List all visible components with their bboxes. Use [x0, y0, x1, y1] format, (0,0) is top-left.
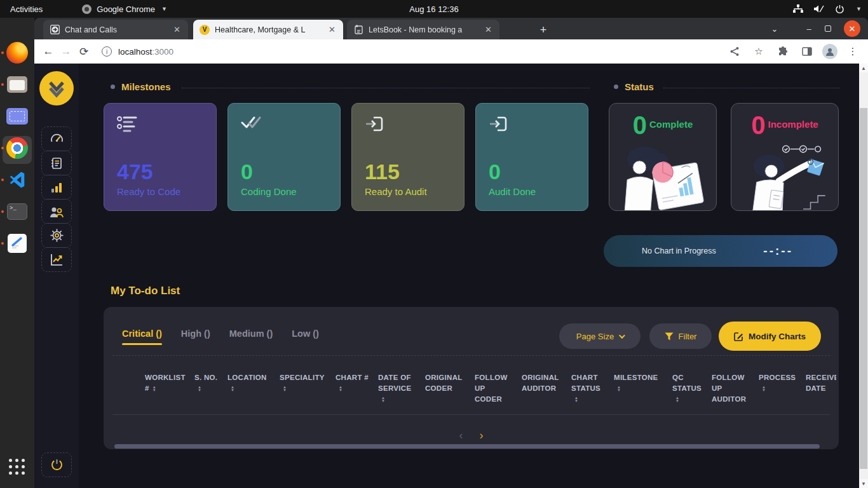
column-header[interactable]: ORIGINAL AUDITOR▲▼	[522, 372, 564, 405]
tab-close-icon[interactable]: ✕	[172, 25, 182, 34]
sort-icon[interactable]: ▲▼	[153, 386, 156, 392]
sidebar-item-worklist[interactable]	[41, 151, 72, 175]
sort-icon[interactable]: ▲▼	[339, 386, 342, 392]
extensions-icon[interactable]	[774, 43, 792, 60]
column-header[interactable]: DATE OF SERVICE▲▼	[378, 372, 417, 405]
scroll-up-icon[interactable]: ▲	[859, 64, 868, 72]
tab-close-icon[interactable]: ✕	[484, 25, 493, 34]
tab-chat-and-calls[interactable]: Chat and Calls ✕	[43, 20, 188, 39]
sort-icon[interactable]: ▲▼	[762, 386, 766, 392]
column-header[interactable]: QC STATUS▲▼	[672, 372, 704, 405]
restore-button[interactable]	[818, 24, 837, 34]
sort-icon[interactable]: ▲▼	[283, 386, 287, 392]
ethernet-icon[interactable]	[793, 4, 803, 13]
dock-terminal[interactable]: >_	[6, 200, 29, 223]
filter-button[interactable]: Filter	[649, 323, 712, 349]
priority-tab[interactable]: Low ()	[292, 329, 319, 345]
minimize-button[interactable]: –	[799, 24, 818, 34]
prev-page-button[interactable]: ‹	[459, 430, 463, 441]
column-header[interactable]: RECEIVED DATE▲▼	[806, 372, 836, 405]
sidebar-item-users[interactable]	[41, 199, 72, 224]
column-header[interactable]: MILESTONE▲▼	[614, 372, 665, 405]
running-dot	[1, 210, 4, 213]
tab-letsbook[interactable]: LetsBook - Nem booking a ✕	[347, 20, 499, 39]
column-header[interactable]: CHART STATUS▲▼	[571, 372, 606, 405]
dock-chrome[interactable]	[6, 137, 29, 159]
sort-icon[interactable]: ▲▼	[198, 386, 201, 392]
side-panel-icon[interactable]	[798, 43, 816, 60]
sort-icon[interactable]: ▲▼	[675, 396, 679, 403]
column-header[interactable]: FOLLOW UP CODER▲▼	[475, 372, 514, 405]
close-button[interactable]: ✕	[844, 20, 860, 37]
column-header[interactable]: FOLLOW UP AUDITOR▲▼	[712, 372, 751, 405]
scroll-down-icon[interactable]: ▼	[859, 479, 868, 488]
clock[interactable]: Aug 16 12:36	[409, 4, 458, 14]
card-audit-done[interactable]: 0 Audit Done	[475, 103, 588, 211]
sort-icon[interactable]: ▲▼	[574, 396, 578, 403]
forward-icon[interactable]: →	[57, 43, 75, 60]
dock-vscode[interactable]	[6, 168, 29, 191]
chart-timer: --:--	[763, 244, 793, 258]
power-icon[interactable]	[835, 4, 844, 14]
next-page-button[interactable]: ›	[480, 430, 484, 441]
column-header[interactable]: PROCESS▲▼	[759, 372, 798, 405]
sidebar-item-settings[interactable]	[41, 223, 72, 248]
column-header[interactable]: ORIGINAL CODER▲▼	[425, 372, 467, 405]
app-menu[interactable]: Google Chrome ▼	[82, 4, 167, 14]
app-logo[interactable]	[39, 71, 74, 105]
dock-screenshot-tool[interactable]	[6, 105, 29, 128]
card-coding-done[interactable]: 0 Coding Done	[227, 103, 341, 211]
priority-tabs: Critical () High () Medium () Low ()	[122, 329, 319, 345]
card-incomplete[interactable]: 0Incomplete	[731, 103, 839, 211]
dock-firefox[interactable]	[6, 41, 29, 64]
scrollbar-thumb[interactable]	[860, 108, 867, 469]
vscode-icon	[8, 170, 27, 189]
priority-tab[interactable]: Critical ()	[122, 329, 162, 345]
list-icon	[117, 115, 140, 134]
column-header[interactable]: WORKLIST #▲▼	[145, 372, 187, 405]
back-icon[interactable]: ←	[39, 43, 57, 60]
url-host: localhost	[118, 47, 152, 57]
card-ready-to-code[interactable]: 475 Ready to Code	[104, 103, 217, 211]
horizontal-scrollbar[interactable]	[114, 444, 820, 449]
column-header[interactable]: LOCATION▲▼	[227, 372, 272, 405]
activities-button[interactable]: Activities	[10, 4, 43, 14]
column-header[interactable]: CHART #▲▼	[336, 372, 370, 405]
card-ready-to-audit[interactable]: 115 Ready to Audit	[351, 103, 465, 211]
reload-icon[interactable]: ⟳	[75, 43, 93, 60]
page-size-select[interactable]: Page Size	[559, 323, 641, 349]
address-bar[interactable]: i localhost:3000	[102, 46, 726, 57]
show-applications-button[interactable]	[9, 459, 25, 475]
share-icon[interactable]	[726, 43, 743, 60]
tab-search-chevron-icon[interactable]: ⌄	[765, 24, 784, 34]
table-header-row: WORKLIST #▲▼ S. NO.▲▼ LOCATION▲▼ SPECIAL…	[116, 372, 836, 405]
info-icon[interactable]: i	[102, 46, 112, 57]
volume-muted-icon[interactable]	[813, 4, 825, 13]
logout-power-button[interactable]	[41, 452, 72, 477]
priority-tab[interactable]: Medium ()	[229, 329, 273, 345]
modify-charts-button[interactable]: Modify Charts	[719, 322, 821, 351]
chevron-down-icon[interactable]: ▼	[856, 6, 862, 12]
kebab-menu-icon[interactable]: ⋮	[844, 43, 862, 60]
page-icon	[353, 25, 363, 35]
page-content: Milestones Status 475 Ready to Code 0 Co…	[34, 64, 868, 488]
dock-text-editor[interactable]	[6, 232, 29, 255]
url-port: :3000	[152, 47, 173, 57]
column-header[interactable]: SPECIALITY▲▼	[280, 372, 328, 405]
tab-close-icon[interactable]: ✕	[327, 25, 337, 34]
vertical-scrollbar[interactable]: ▲ ▼	[859, 64, 868, 488]
priority-tab[interactable]: High ()	[181, 329, 210, 345]
sort-icon[interactable]: ▲▼	[231, 386, 234, 392]
new-tab-button[interactable]: +	[535, 22, 552, 38]
profile-avatar[interactable]	[822, 44, 837, 59]
sidebar-item-reports[interactable]	[41, 247, 72, 272]
card-complete[interactable]: 0Complete	[609, 103, 717, 211]
star-icon[interactable]: ☆	[750, 43, 768, 60]
sort-icon[interactable]: ▲▼	[381, 396, 385, 403]
column-header[interactable]: S. NO.▲▼	[194, 372, 220, 405]
sidebar-item-dashboard[interactable]	[41, 126, 72, 151]
tab-healthcare[interactable]: V Healthcare, Mortgage & L ✕	[193, 20, 343, 39]
sort-icon[interactable]: ▲▼	[617, 386, 621, 392]
dock-files[interactable]	[6, 73, 29, 96]
sidebar-item-analytics[interactable]	[41, 175, 72, 200]
